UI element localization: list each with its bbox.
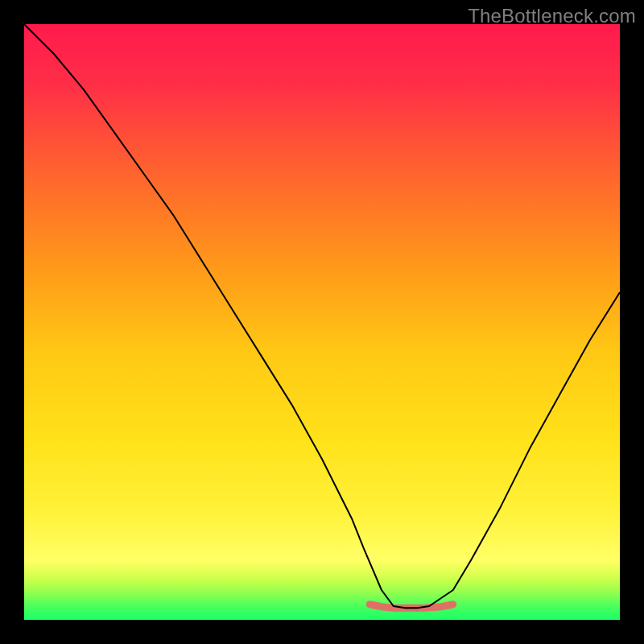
plot-area (24, 24, 620, 620)
attribution-label: TheBottleneck.com (468, 5, 636, 27)
gradient-background (24, 24, 620, 620)
chart-svg (24, 24, 620, 620)
chart-frame: TheBottleneck.com (0, 0, 644, 644)
